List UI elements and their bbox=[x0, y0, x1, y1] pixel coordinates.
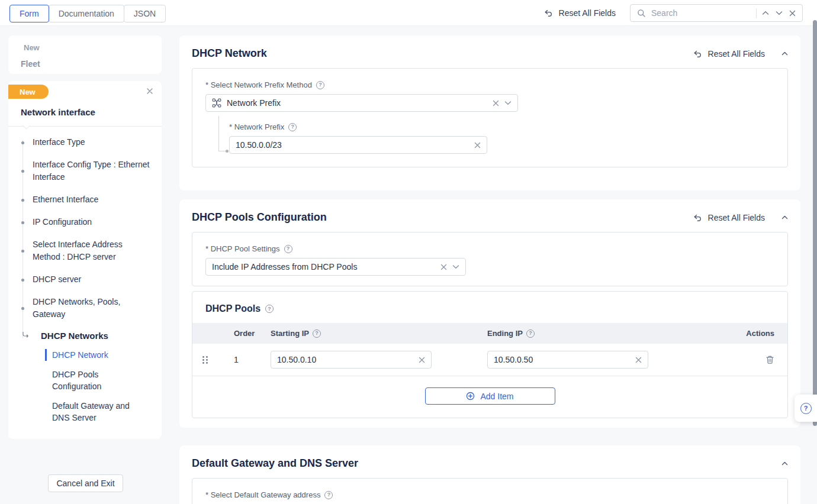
default-gateway-section: Default Gateway and DNS Server * Select … bbox=[179, 445, 800, 504]
sidebar-item-default-gateway-dns[interactable]: Default Gateway and DNS Server bbox=[45, 400, 146, 424]
sidebar-item-ethernet-interface[interactable]: Ethernet Interface bbox=[8, 193, 162, 206]
view-tabs: Form Documentation JSON bbox=[10, 5, 166, 22]
table-row: 1 bbox=[192, 344, 787, 376]
elbow-arrow-icon bbox=[22, 332, 30, 339]
search-divider bbox=[756, 8, 757, 18]
starting-ip-field bbox=[271, 351, 432, 369]
search-prev-chevron-up-icon[interactable] bbox=[761, 9, 770, 17]
question-circle-icon[interactable]: ? bbox=[526, 329, 535, 338]
dhcp-network-section: DHCP Network Reset All Fields * Select N… bbox=[179, 35, 800, 190]
question-circle-icon[interactable]: ? bbox=[288, 123, 297, 131]
search-icon bbox=[636, 8, 647, 19]
pools-table-header: Order Starting IP ? Ending IP ? Actions bbox=[192, 323, 787, 344]
sidebar-item-select-interface-address-method[interactable]: Select Interface Address Method : DHCP s… bbox=[8, 238, 162, 263]
tab-documentation[interactable]: Documentation bbox=[49, 5, 124, 22]
sidebar-item-interface-config-type[interactable]: Interface Config Type : Ethernet Interfa… bbox=[8, 159, 162, 183]
dhcp-networks-children: DHCP Network DHCP Pools Configuration De… bbox=[45, 349, 162, 424]
collapse-chevron-up-icon[interactable] bbox=[781, 51, 788, 56]
help-question-icon: ? bbox=[800, 403, 812, 414]
dhcp-pool-settings-value: Include IP Addresses from DHCP Pools bbox=[212, 262, 435, 272]
reset-all-fields-button[interactable]: Reset All Fields bbox=[542, 8, 616, 18]
column-ending-ip: Ending IP bbox=[487, 329, 523, 338]
tab-form[interactable]: Form bbox=[9, 5, 49, 22]
row-order-value: 1 bbox=[217, 355, 259, 364]
sidebar-item-dhcp-pools-configuration[interactable]: DHCP Pools Configuration bbox=[45, 369, 146, 392]
column-order: Order bbox=[217, 329, 259, 338]
default-gateway-title: Default Gateway and DNS Server bbox=[192, 457, 358, 470]
prefix-method-value: Network Prefix bbox=[227, 98, 487, 108]
network-prefix-input[interactable] bbox=[236, 140, 474, 150]
default-gateway-address-label: * Select Default Gateway address bbox=[205, 490, 320, 499]
dhcp-pool-settings-select[interactable]: Include IP Addresses from DHCP Pools bbox=[205, 258, 466, 276]
plus-circle-icon bbox=[466, 392, 475, 400]
dhcp-pools-title: DHCP Pools bbox=[205, 303, 260, 314]
column-actions: Actions bbox=[734, 329, 787, 338]
sidebar-item-new[interactable]: New bbox=[8, 43, 162, 52]
ending-ip-input[interactable] bbox=[494, 355, 635, 364]
clear-x-icon[interactable] bbox=[419, 357, 425, 363]
dhcp-pools-table-group: DHCP Pools ? Order Starting IP ? Ending … bbox=[192, 291, 788, 418]
undo-icon bbox=[691, 49, 703, 59]
collapse-chevron-up-icon[interactable] bbox=[781, 461, 788, 466]
question-circle-icon[interactable]: ? bbox=[316, 81, 324, 89]
clear-x-icon[interactable] bbox=[440, 264, 447, 270]
tab-json[interactable]: JSON bbox=[124, 5, 166, 22]
network-prefix-method-select[interactable]: Network Prefix bbox=[205, 94, 518, 112]
search-box bbox=[630, 4, 803, 22]
clear-x-icon[interactable] bbox=[635, 357, 642, 363]
cancel-and-exit-button[interactable]: Cancel and Exit bbox=[48, 474, 123, 492]
ending-ip-field bbox=[487, 351, 648, 369]
question-circle-icon[interactable]: ? bbox=[313, 329, 321, 338]
sidebar-item-fleet[interactable]: Fleet bbox=[8, 59, 162, 69]
wizard-steps-list: Interface Type Interface Config Type : E… bbox=[8, 136, 162, 321]
undo-icon bbox=[691, 212, 703, 223]
collapse-chevron-up-icon[interactable] bbox=[781, 215, 788, 219]
question-circle-icon[interactable]: ? bbox=[284, 245, 292, 253]
clear-x-icon[interactable] bbox=[474, 142, 481, 148]
clear-x-icon[interactable] bbox=[493, 100, 499, 106]
chevron-down-icon[interactable] bbox=[504, 101, 512, 105]
chevron-down-icon[interactable] bbox=[452, 264, 459, 269]
sidebar-parent-card: New Fleet bbox=[8, 35, 162, 74]
help-button[interactable]: ? bbox=[795, 395, 817, 422]
section-reset-all-fields-button[interactable]: Reset All Fields bbox=[691, 49, 765, 59]
column-starting-ip: Starting IP bbox=[271, 329, 309, 338]
sidebar-item-dhcp-networks[interactable]: DHCP Networks bbox=[8, 331, 162, 341]
sidebar-item-dhcp-server[interactable]: DHCP server bbox=[8, 273, 162, 286]
nested-field-connector bbox=[218, 116, 226, 151]
drag-handle-icon[interactable] bbox=[192, 356, 217, 364]
dhcp-pools-configuration-title: DHCP Pools Configuration bbox=[192, 211, 327, 224]
sidebar-divider bbox=[8, 126, 162, 127]
sidebar-item-ip-configuration[interactable]: IP Configuration bbox=[8, 216, 162, 228]
new-status-badge: New bbox=[8, 85, 49, 99]
dhcp-pools-configuration-section: DHCP Pools Configuration Reset All Field… bbox=[179, 199, 800, 428]
sidebar-title: Network interface bbox=[8, 99, 162, 117]
question-circle-icon[interactable]: ? bbox=[265, 305, 274, 313]
prefix-method-label: * Select Network Prefix Method bbox=[205, 80, 312, 89]
sidebar-nav-card: New Network interface Interface Type Int… bbox=[8, 81, 162, 439]
add-item-button[interactable]: Add Item bbox=[425, 387, 555, 405]
search-input[interactable] bbox=[651, 8, 752, 18]
sidebar-item-dhcp-networks-pools-gateway[interactable]: DHCP Networks, Pools, Gateway bbox=[8, 296, 162, 321]
network-prefix-label: * Network Prefix bbox=[229, 122, 284, 131]
undo-icon bbox=[542, 8, 554, 18]
search-next-chevron-down-icon[interactable] bbox=[774, 9, 784, 17]
sidebar-item-dhcp-network[interactable]: DHCP Network bbox=[45, 349, 146, 361]
dhcp-pool-settings-label: * DHCP Pool Settings bbox=[205, 244, 280, 253]
starting-ip-input[interactable] bbox=[277, 355, 419, 364]
sidebar-close-icon[interactable] bbox=[145, 86, 155, 96]
network-prefix-field bbox=[229, 136, 487, 154]
top-bar: Form Documentation JSON Reset All Fields bbox=[0, 0, 817, 26]
reset-all-fields-label: Reset All Fields bbox=[559, 8, 616, 18]
branch-network-icon bbox=[212, 98, 221, 108]
search-close-icon[interactable] bbox=[788, 9, 797, 18]
vertical-scrollbar[interactable] bbox=[813, 20, 817, 426]
question-circle-icon[interactable]: ? bbox=[324, 491, 333, 499]
section-reset-all-fields-button[interactable]: Reset All Fields bbox=[691, 212, 765, 223]
sidebar-item-interface-type[interactable]: Interface Type bbox=[8, 136, 162, 148]
dhcp-network-title: DHCP Network bbox=[192, 47, 267, 60]
delete-row-trash-icon[interactable] bbox=[765, 355, 774, 364]
